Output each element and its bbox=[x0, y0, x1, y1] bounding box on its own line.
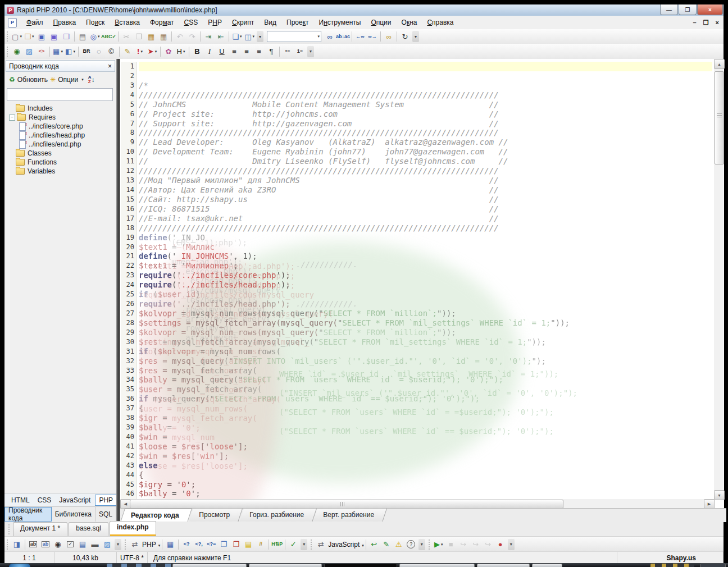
php-menu[interactable]: PHP▾ bbox=[141, 541, 160, 548]
nbsp-button[interactable]: ◌ bbox=[93, 45, 105, 58]
menu-вставка[interactable]: Вставка bbox=[110, 17, 145, 28]
align-center-button[interactable]: ≡ bbox=[240, 45, 253, 58]
comment-tag-button[interactable]: ✎ bbox=[121, 45, 134, 58]
find-previous-button[interactable]: ←∞ bbox=[354, 30, 366, 43]
breakpoint-button[interactable]: ● bbox=[494, 538, 507, 551]
doc-tab-документ-1[interactable]: Документ 1 * bbox=[13, 522, 67, 536]
php-comment-button[interactable]: // bbox=[254, 538, 267, 551]
tree-item-variables[interactable]: Variables bbox=[6, 167, 115, 176]
js-toolbar-grip[interactable] bbox=[310, 539, 313, 550]
options-dropdown-icon[interactable]: ▾ bbox=[81, 77, 84, 82]
open-file-button[interactable]: ❒▾ bbox=[23, 30, 35, 43]
cut-button[interactable]: ✂ bbox=[120, 30, 133, 43]
find-next-button[interactable]: ∞→ bbox=[366, 30, 379, 43]
bullet-list-button[interactable]: •≡ bbox=[281, 45, 294, 58]
save-to-folder-button[interactable]: ❒ bbox=[60, 30, 72, 43]
doc-tab-index-php[interactable]: index.php bbox=[110, 521, 156, 536]
labeled-input-button[interactable]: ab bbox=[39, 538, 52, 551]
quick-launch-icons[interactable] bbox=[107, 564, 174, 567]
view-tab-редактор-кода[interactable]: Редактор кода bbox=[120, 509, 192, 522]
tab-css[interactable]: CSS bbox=[34, 495, 55, 505]
spell-check-button[interactable]: ABC✓ bbox=[101, 30, 116, 43]
php-include-page-button[interactable]: ❐ bbox=[217, 538, 230, 551]
forms-toolbar-grip[interactable] bbox=[6, 539, 9, 550]
taskbar-button[interactable] bbox=[399, 564, 475, 567]
print-preview-button[interactable]: ◎▾ bbox=[89, 30, 101, 43]
find-button[interactable]: ∞ bbox=[324, 30, 336, 43]
stop-button[interactable]: ■ bbox=[445, 538, 457, 551]
javascript-menu[interactable]: JavaScript▾ bbox=[327, 541, 364, 548]
vertical-scroll-thumb[interactable] bbox=[715, 71, 724, 164]
html-php-convert-button[interactable]: H⇅P bbox=[271, 538, 283, 551]
view-tab-гориз-разбиение[interactable]: Гориз. разбиение bbox=[239, 509, 317, 522]
bold-button[interactable]: B bbox=[191, 45, 203, 58]
menu-php[interactable]: PHP bbox=[203, 17, 227, 28]
push-button-button[interactable]: ▬ bbox=[89, 538, 101, 551]
taskbar-button[interactable] bbox=[477, 564, 530, 567]
horizontal-scrollbar[interactable]: ◀ ▶ bbox=[120, 499, 713, 508]
save-all-button[interactable]: ▣ bbox=[48, 30, 60, 43]
horizontal-scroll-thumb[interactable] bbox=[130, 500, 563, 509]
mdi-close-button[interactable]: × bbox=[716, 19, 719, 26]
windows-taskbar[interactable] bbox=[0, 563, 728, 567]
mdi-restore-button[interactable]: ❐ bbox=[703, 19, 709, 26]
redo-button[interactable]: ↷ bbox=[186, 30, 198, 43]
menu-проект[interactable]: Проект bbox=[281, 17, 314, 28]
tree-item-functions[interactable]: Functions bbox=[6, 158, 115, 167]
collapse-icon[interactable]: − bbox=[9, 115, 15, 121]
heading-button[interactable]: H▾ bbox=[175, 45, 187, 58]
minimize-button[interactable]: — bbox=[660, 4, 678, 15]
tab-html[interactable]: HTML bbox=[8, 495, 33, 505]
toolbar2-overflow-button[interactable]: ▾ bbox=[307, 46, 314, 57]
js-convert-icon[interactable]: ⇄ bbox=[315, 538, 327, 551]
explorer-filter-input[interactable] bbox=[7, 88, 113, 101]
insert-form-button[interactable]: ◧▾ bbox=[64, 45, 76, 58]
refresh-button[interactable]: Обновить bbox=[17, 76, 48, 84]
insert-table-button[interactable]: ▦▾ bbox=[52, 45, 64, 58]
window-list-button[interactable]: ❏▾ bbox=[231, 30, 243, 43]
code-colors-button[interactable]: <> bbox=[35, 45, 48, 58]
find-overflow-button[interactable]: ▾ bbox=[412, 31, 419, 42]
panel-close-icon[interactable]: × bbox=[108, 62, 112, 70]
tree-item-incfiles-end-php[interactable]: ../incfiles/end.php bbox=[6, 140, 115, 149]
combo-dropdown-icon[interactable]: ▾ bbox=[318, 34, 320, 39]
php-tables-button[interactable]: ▦ bbox=[164, 538, 176, 551]
js-back-button[interactable]: ↩ bbox=[368, 538, 380, 551]
run-button[interactable]: ▶▾ bbox=[433, 538, 445, 551]
js-edit-button[interactable]: ✎ bbox=[380, 538, 393, 551]
tree-item-incfiles-core-php[interactable]: ../incfiles/core.php bbox=[6, 122, 115, 131]
options-button[interactable]: Опции bbox=[58, 76, 78, 84]
php-note-button[interactable]: ▤ bbox=[242, 538, 254, 551]
tree-item-classes[interactable]: Classes bbox=[6, 149, 115, 158]
code-area[interactable]: <?php/*/////////////////////////////////… bbox=[139, 62, 712, 499]
debug-toolbar-grip[interactable] bbox=[428, 539, 431, 550]
replace-button[interactable]: ab↓ac bbox=[336, 30, 350, 43]
validate-button[interactable]: ✓ bbox=[287, 538, 299, 551]
record-macro-button[interactable]: ↻ bbox=[399, 30, 411, 43]
menu-справка[interactable]: Справка bbox=[422, 17, 458, 28]
php-toolbar-grip[interactable] bbox=[124, 539, 127, 550]
align-left-button[interactable]: ≡ bbox=[228, 45, 240, 58]
taskbar-button-active[interactable] bbox=[324, 564, 397, 567]
mdi-minimize-button[interactable]: – bbox=[693, 19, 697, 26]
step-into-button[interactable]: ↪ bbox=[470, 538, 482, 551]
tree-item-incfiles-head-php[interactable]: ../incfiles/head.php bbox=[6, 131, 115, 140]
checkbox-button[interactable]: ✓ bbox=[64, 538, 76, 551]
menu-вид[interactable]: Вид bbox=[259, 17, 281, 28]
menu-инструменты[interactable]: Инструменты bbox=[314, 17, 366, 28]
forms-overflow-button[interactable]: ▾ bbox=[115, 539, 121, 550]
debug-overflow-button[interactable]: ▾ bbox=[508, 539, 515, 550]
js-overflow-button[interactable]: ▾ bbox=[418, 539, 425, 550]
form-button[interactable]: ◨ bbox=[11, 538, 23, 551]
underline-button[interactable]: U bbox=[216, 45, 228, 58]
tab-php[interactable]: PHP bbox=[95, 495, 117, 506]
view-tab-верт-разбиение[interactable]: Верт. разбиение bbox=[313, 509, 387, 522]
menu-опции[interactable]: Опции bbox=[366, 17, 396, 28]
insert-image-button[interactable]: ▨ bbox=[23, 45, 35, 58]
text-input-button[interactable]: ab bbox=[27, 538, 39, 551]
copyright-button[interactable]: © bbox=[105, 45, 117, 58]
close-button[interactable]: × bbox=[697, 4, 723, 15]
view-tab-просмотр[interactable]: Просмотр bbox=[189, 509, 243, 522]
tab-sql[interactable]: SQL bbox=[95, 507, 116, 522]
doc-tab-base-sql[interactable]: base.sql bbox=[69, 522, 108, 536]
